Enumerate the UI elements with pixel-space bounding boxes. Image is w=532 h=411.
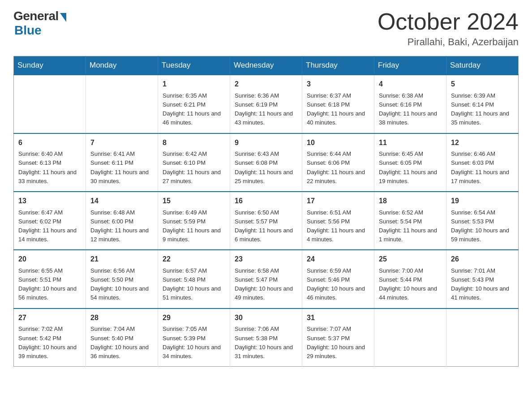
day-info: Sunrise: 7:07 AM Sunset: 5:37 PM Dayligh… [307, 325, 369, 361]
day-number: 24 [307, 254, 369, 265]
day-number: 5 [451, 79, 514, 90]
day-info: Sunrise: 6:39 AM Sunset: 6:14 PM Dayligh… [451, 91, 514, 128]
calendar-header: Sunday Monday Tuesday Wednesday Thursday… [14, 56, 519, 75]
day-number: 9 [235, 137, 297, 149]
day-number: 13 [18, 196, 81, 207]
day-cell: 8Sunrise: 6:42 AM Sunset: 6:10 PM Daylig… [158, 133, 230, 192]
day-info: Sunrise: 6:37 AM Sunset: 6:18 PM Dayligh… [307, 91, 369, 128]
day-cell: 15Sunrise: 6:49 AM Sunset: 5:59 PM Dayli… [158, 192, 230, 250]
day-number: 26 [451, 254, 514, 265]
day-info: Sunrise: 6:36 AM Sunset: 6:19 PM Dayligh… [235, 91, 297, 128]
day-number: 6 [18, 137, 81, 149]
day-number: 19 [451, 196, 514, 207]
day-cell: 26Sunrise: 7:01 AM Sunset: 5:43 PM Dayli… [446, 250, 519, 308]
day-number: 29 [163, 313, 225, 324]
day-cell: 30Sunrise: 7:06 AM Sunset: 5:38 PM Dayli… [230, 308, 302, 367]
day-info: Sunrise: 6:57 AM Sunset: 5:48 PM Dayligh… [163, 266, 225, 303]
week-row-5: 27Sunrise: 7:02 AM Sunset: 5:42 PM Dayli… [14, 308, 519, 367]
header-monday: Monday [86, 56, 158, 75]
day-cell: 1Sunrise: 6:35 AM Sunset: 6:21 PM Daylig… [158, 75, 230, 133]
header-row: Sunday Monday Tuesday Wednesday Thursday… [14, 56, 519, 75]
week-row-4: 20Sunrise: 6:55 AM Sunset: 5:51 PM Dayli… [14, 250, 519, 308]
day-cell: 7Sunrise: 6:41 AM Sunset: 6:11 PM Daylig… [86, 133, 158, 192]
day-cell: 13Sunrise: 6:47 AM Sunset: 6:02 PM Dayli… [14, 192, 86, 250]
day-cell: 23Sunrise: 6:58 AM Sunset: 5:47 PM Dayli… [230, 250, 302, 308]
day-number: 23 [235, 254, 297, 265]
day-info: Sunrise: 7:06 AM Sunset: 5:38 PM Dayligh… [235, 325, 297, 361]
day-info: Sunrise: 6:50 AM Sunset: 5:57 PM Dayligh… [235, 208, 297, 244]
day-number: 12 [451, 137, 514, 149]
day-cell: 4Sunrise: 6:38 AM Sunset: 6:16 PM Daylig… [374, 75, 446, 133]
day-info: Sunrise: 7:05 AM Sunset: 5:39 PM Dayligh… [163, 325, 225, 361]
page-header: General Blue October 2024 Pirallahi, Bak… [13, 9, 519, 48]
day-info: Sunrise: 6:56 AM Sunset: 5:50 PM Dayligh… [90, 266, 153, 303]
day-cell: 22Sunrise: 6:57 AM Sunset: 5:48 PM Dayli… [158, 250, 230, 308]
day-cell: 10Sunrise: 6:44 AM Sunset: 6:06 PM Dayli… [302, 133, 374, 192]
day-info: Sunrise: 6:35 AM Sunset: 6:21 PM Dayligh… [163, 91, 225, 128]
logo-blue-text: Blue [14, 23, 42, 38]
day-info: Sunrise: 6:48 AM Sunset: 6:00 PM Dayligh… [90, 208, 153, 244]
day-number: 16 [235, 196, 297, 207]
day-cell: 9Sunrise: 6:43 AM Sunset: 6:08 PM Daylig… [230, 133, 302, 192]
day-info: Sunrise: 6:38 AM Sunset: 6:16 PM Dayligh… [379, 91, 442, 128]
title-section: October 2024 Pirallahi, Baki, Azerbaijan [378, 9, 519, 48]
day-number: 7 [90, 137, 153, 149]
day-cell: 12Sunrise: 6:46 AM Sunset: 6:03 PM Dayli… [446, 133, 519, 192]
calendar-table: Sunday Monday Tuesday Wednesday Thursday… [13, 56, 519, 367]
day-cell: 29Sunrise: 7:05 AM Sunset: 5:39 PM Dayli… [158, 308, 230, 367]
week-row-1: 1Sunrise: 6:35 AM Sunset: 6:21 PM Daylig… [14, 75, 519, 133]
day-number: 31 [307, 313, 369, 324]
logo: General Blue [13, 9, 66, 38]
day-number: 15 [163, 196, 225, 207]
day-number: 8 [163, 137, 225, 149]
day-number: 18 [379, 196, 442, 207]
day-info: Sunrise: 6:55 AM Sunset: 5:51 PM Dayligh… [18, 266, 81, 303]
day-info: Sunrise: 7:00 AM Sunset: 5:44 PM Dayligh… [379, 266, 442, 303]
day-number: 14 [90, 196, 153, 207]
day-info: Sunrise: 6:59 AM Sunset: 5:46 PM Dayligh… [307, 266, 369, 303]
header-saturday: Saturday [446, 56, 519, 75]
day-number: 4 [379, 79, 442, 90]
day-number: 28 [90, 313, 153, 324]
day-number: 3 [307, 79, 369, 90]
day-info: Sunrise: 7:02 AM Sunset: 5:42 PM Dayligh… [18, 325, 81, 361]
day-cell: 17Sunrise: 6:51 AM Sunset: 5:56 PM Dayli… [302, 192, 374, 250]
month-title: October 2024 [378, 9, 519, 34]
logo-general-text: General [13, 9, 59, 23]
day-info: Sunrise: 6:40 AM Sunset: 6:13 PM Dayligh… [18, 150, 81, 186]
day-cell: 14Sunrise: 6:48 AM Sunset: 6:00 PM Dayli… [86, 192, 158, 250]
calendar-body: 1Sunrise: 6:35 AM Sunset: 6:21 PM Daylig… [14, 75, 519, 366]
day-info: Sunrise: 6:46 AM Sunset: 6:03 PM Dayligh… [451, 150, 514, 186]
day-cell: 6Sunrise: 6:40 AM Sunset: 6:13 PM Daylig… [14, 133, 86, 192]
day-info: Sunrise: 7:04 AM Sunset: 5:40 PM Dayligh… [90, 325, 153, 361]
day-cell: 16Sunrise: 6:50 AM Sunset: 5:57 PM Dayli… [230, 192, 302, 250]
day-number: 22 [163, 254, 225, 265]
day-number: 2 [235, 79, 297, 90]
day-info: Sunrise: 6:58 AM Sunset: 5:47 PM Dayligh… [235, 266, 297, 303]
day-info: Sunrise: 6:51 AM Sunset: 5:56 PM Dayligh… [307, 208, 369, 244]
day-number: 17 [307, 196, 369, 207]
day-info: Sunrise: 6:43 AM Sunset: 6:08 PM Dayligh… [235, 150, 297, 186]
day-number: 30 [235, 313, 297, 324]
day-info: Sunrise: 6:45 AM Sunset: 6:05 PM Dayligh… [379, 150, 442, 186]
day-cell: 3Sunrise: 6:37 AM Sunset: 6:18 PM Daylig… [302, 75, 374, 133]
day-info: Sunrise: 6:47 AM Sunset: 6:02 PM Dayligh… [18, 208, 81, 244]
day-cell: 27Sunrise: 7:02 AM Sunset: 5:42 PM Dayli… [14, 308, 86, 367]
day-info: Sunrise: 6:42 AM Sunset: 6:10 PM Dayligh… [163, 150, 225, 186]
day-info: Sunrise: 6:41 AM Sunset: 6:11 PM Dayligh… [90, 150, 153, 186]
day-cell: 31Sunrise: 7:07 AM Sunset: 5:37 PM Dayli… [302, 308, 374, 367]
day-cell: 21Sunrise: 6:56 AM Sunset: 5:50 PM Dayli… [86, 250, 158, 308]
header-friday: Friday [374, 56, 446, 75]
day-cell: 28Sunrise: 7:04 AM Sunset: 5:40 PM Dayli… [86, 308, 158, 367]
day-number: 20 [18, 254, 81, 265]
day-info: Sunrise: 6:54 AM Sunset: 5:53 PM Dayligh… [451, 208, 514, 244]
day-cell [86, 75, 158, 133]
day-cell: 2Sunrise: 6:36 AM Sunset: 6:19 PM Daylig… [230, 75, 302, 133]
day-cell: 18Sunrise: 6:52 AM Sunset: 5:54 PM Dayli… [374, 192, 446, 250]
location-title: Pirallahi, Baki, Azerbaijan [378, 36, 519, 48]
day-cell [374, 308, 446, 367]
header-wednesday: Wednesday [230, 56, 302, 75]
day-cell: 25Sunrise: 7:00 AM Sunset: 5:44 PM Dayli… [374, 250, 446, 308]
day-cell: 11Sunrise: 6:45 AM Sunset: 6:05 PM Dayli… [374, 133, 446, 192]
header-sunday: Sunday [14, 56, 86, 75]
